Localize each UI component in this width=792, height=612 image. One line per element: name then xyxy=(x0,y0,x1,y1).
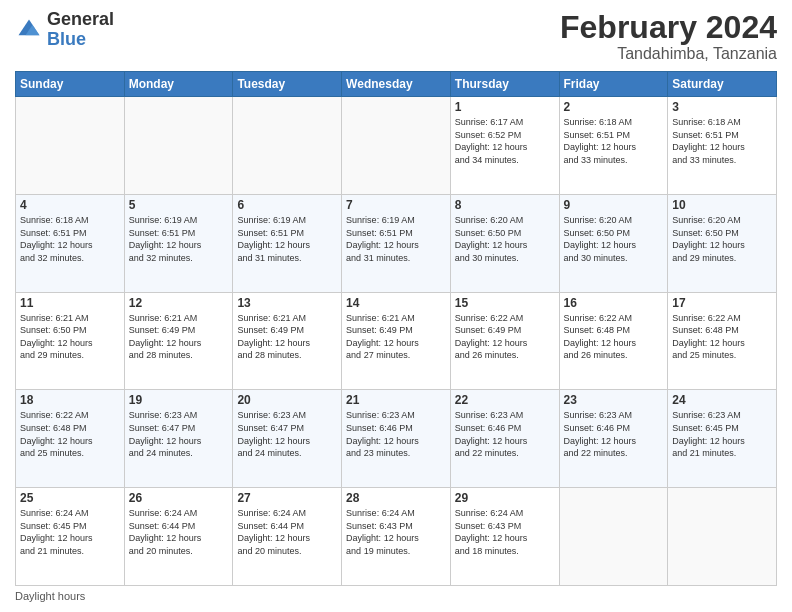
calendar-header-tuesday: Tuesday xyxy=(233,72,342,97)
day-number: 4 xyxy=(20,198,120,212)
calendar-cell: 13Sunrise: 6:21 AM Sunset: 6:49 PM Dayli… xyxy=(233,292,342,390)
day-number: 24 xyxy=(672,393,772,407)
calendar-cell: 3Sunrise: 6:18 AM Sunset: 6:51 PM Daylig… xyxy=(668,97,777,195)
day-number: 8 xyxy=(455,198,555,212)
calendar-header-friday: Friday xyxy=(559,72,668,97)
day-number: 13 xyxy=(237,296,337,310)
day-number: 7 xyxy=(346,198,446,212)
day-info: Sunrise: 6:18 AM Sunset: 6:51 PM Dayligh… xyxy=(672,116,772,166)
day-info: Sunrise: 6:24 AM Sunset: 6:44 PM Dayligh… xyxy=(237,507,337,557)
calendar-cell: 20Sunrise: 6:23 AM Sunset: 6:47 PM Dayli… xyxy=(233,390,342,488)
logo: General Blue xyxy=(15,10,114,50)
calendar-cell: 18Sunrise: 6:22 AM Sunset: 6:48 PM Dayli… xyxy=(16,390,125,488)
logo-general-text: General xyxy=(47,10,114,30)
title-block: February 2024 Tandahimba, Tanzania xyxy=(560,10,777,63)
calendar-cell xyxy=(559,488,668,586)
logo-icon xyxy=(15,16,43,44)
calendar-header-monday: Monday xyxy=(124,72,233,97)
day-info: Sunrise: 6:24 AM Sunset: 6:45 PM Dayligh… xyxy=(20,507,120,557)
day-number: 23 xyxy=(564,393,664,407)
day-number: 3 xyxy=(672,100,772,114)
calendar-header-saturday: Saturday xyxy=(668,72,777,97)
day-number: 17 xyxy=(672,296,772,310)
calendar-week-row: 4Sunrise: 6:18 AM Sunset: 6:51 PM Daylig… xyxy=(16,194,777,292)
calendar-cell: 21Sunrise: 6:23 AM Sunset: 6:46 PM Dayli… xyxy=(342,390,451,488)
day-number: 28 xyxy=(346,491,446,505)
calendar-cell: 6Sunrise: 6:19 AM Sunset: 6:51 PM Daylig… xyxy=(233,194,342,292)
day-number: 12 xyxy=(129,296,229,310)
day-info: Sunrise: 6:18 AM Sunset: 6:51 PM Dayligh… xyxy=(564,116,664,166)
calendar-subtitle: Tandahimba, Tanzania xyxy=(560,45,777,63)
day-info: Sunrise: 6:23 AM Sunset: 6:47 PM Dayligh… xyxy=(237,409,337,459)
calendar-cell: 14Sunrise: 6:21 AM Sunset: 6:49 PM Dayli… xyxy=(342,292,451,390)
day-info: Sunrise: 6:22 AM Sunset: 6:49 PM Dayligh… xyxy=(455,312,555,362)
calendar-cell: 8Sunrise: 6:20 AM Sunset: 6:50 PM Daylig… xyxy=(450,194,559,292)
day-info: Sunrise: 6:23 AM Sunset: 6:46 PM Dayligh… xyxy=(346,409,446,459)
day-info: Sunrise: 6:18 AM Sunset: 6:51 PM Dayligh… xyxy=(20,214,120,264)
calendar-cell: 25Sunrise: 6:24 AM Sunset: 6:45 PM Dayli… xyxy=(16,488,125,586)
day-info: Sunrise: 6:24 AM Sunset: 6:44 PM Dayligh… xyxy=(129,507,229,557)
day-number: 10 xyxy=(672,198,772,212)
day-info: Sunrise: 6:21 AM Sunset: 6:49 PM Dayligh… xyxy=(129,312,229,362)
calendar-cell xyxy=(124,97,233,195)
day-info: Sunrise: 6:19 AM Sunset: 6:51 PM Dayligh… xyxy=(237,214,337,264)
day-info: Sunrise: 6:22 AM Sunset: 6:48 PM Dayligh… xyxy=(20,409,120,459)
day-info: Sunrise: 6:24 AM Sunset: 6:43 PM Dayligh… xyxy=(455,507,555,557)
calendar-cell: 1Sunrise: 6:17 AM Sunset: 6:52 PM Daylig… xyxy=(450,97,559,195)
calendar-table: SundayMondayTuesdayWednesdayThursdayFrid… xyxy=(15,71,777,586)
calendar-week-row: 11Sunrise: 6:21 AM Sunset: 6:50 PM Dayli… xyxy=(16,292,777,390)
day-info: Sunrise: 6:24 AM Sunset: 6:43 PM Dayligh… xyxy=(346,507,446,557)
calendar-header-row: SundayMondayTuesdayWednesdayThursdayFrid… xyxy=(16,72,777,97)
day-number: 15 xyxy=(455,296,555,310)
calendar-week-row: 1Sunrise: 6:17 AM Sunset: 6:52 PM Daylig… xyxy=(16,97,777,195)
calendar-cell xyxy=(16,97,125,195)
page: General Blue February 2024 Tandahimba, T… xyxy=(0,0,792,612)
calendar-cell: 9Sunrise: 6:20 AM Sunset: 6:50 PM Daylig… xyxy=(559,194,668,292)
calendar-week-row: 18Sunrise: 6:22 AM Sunset: 6:48 PM Dayli… xyxy=(16,390,777,488)
day-number: 26 xyxy=(129,491,229,505)
day-info: Sunrise: 6:20 AM Sunset: 6:50 PM Dayligh… xyxy=(672,214,772,264)
day-number: 11 xyxy=(20,296,120,310)
day-number: 18 xyxy=(20,393,120,407)
calendar-cell: 10Sunrise: 6:20 AM Sunset: 6:50 PM Dayli… xyxy=(668,194,777,292)
calendar-cell: 24Sunrise: 6:23 AM Sunset: 6:45 PM Dayli… xyxy=(668,390,777,488)
day-number: 6 xyxy=(237,198,337,212)
day-info: Sunrise: 6:17 AM Sunset: 6:52 PM Dayligh… xyxy=(455,116,555,166)
day-number: 2 xyxy=(564,100,664,114)
calendar-title: February 2024 xyxy=(560,10,777,45)
day-info: Sunrise: 6:19 AM Sunset: 6:51 PM Dayligh… xyxy=(129,214,229,264)
calendar-cell: 4Sunrise: 6:18 AM Sunset: 6:51 PM Daylig… xyxy=(16,194,125,292)
day-info: Sunrise: 6:23 AM Sunset: 6:46 PM Dayligh… xyxy=(455,409,555,459)
day-number: 19 xyxy=(129,393,229,407)
calendar-cell: 15Sunrise: 6:22 AM Sunset: 6:49 PM Dayli… xyxy=(450,292,559,390)
calendar-cell: 2Sunrise: 6:18 AM Sunset: 6:51 PM Daylig… xyxy=(559,97,668,195)
calendar-header-sunday: Sunday xyxy=(16,72,125,97)
day-info: Sunrise: 6:23 AM Sunset: 6:46 PM Dayligh… xyxy=(564,409,664,459)
day-number: 16 xyxy=(564,296,664,310)
calendar-cell: 12Sunrise: 6:21 AM Sunset: 6:49 PM Dayli… xyxy=(124,292,233,390)
day-info: Sunrise: 6:21 AM Sunset: 6:49 PM Dayligh… xyxy=(237,312,337,362)
calendar-cell: 28Sunrise: 6:24 AM Sunset: 6:43 PM Dayli… xyxy=(342,488,451,586)
calendar-cell: 11Sunrise: 6:21 AM Sunset: 6:50 PM Dayli… xyxy=(16,292,125,390)
calendar-cell: 5Sunrise: 6:19 AM Sunset: 6:51 PM Daylig… xyxy=(124,194,233,292)
calendar-cell xyxy=(342,97,451,195)
day-number: 22 xyxy=(455,393,555,407)
calendar-cell: 17Sunrise: 6:22 AM Sunset: 6:48 PM Dayli… xyxy=(668,292,777,390)
day-info: Sunrise: 6:22 AM Sunset: 6:48 PM Dayligh… xyxy=(564,312,664,362)
calendar-cell: 7Sunrise: 6:19 AM Sunset: 6:51 PM Daylig… xyxy=(342,194,451,292)
calendar-cell xyxy=(233,97,342,195)
day-number: 25 xyxy=(20,491,120,505)
day-info: Sunrise: 6:20 AM Sunset: 6:50 PM Dayligh… xyxy=(564,214,664,264)
day-number: 21 xyxy=(346,393,446,407)
calendar-cell xyxy=(668,488,777,586)
calendar-cell: 29Sunrise: 6:24 AM Sunset: 6:43 PM Dayli… xyxy=(450,488,559,586)
calendar-week-row: 25Sunrise: 6:24 AM Sunset: 6:45 PM Dayli… xyxy=(16,488,777,586)
logo-blue-text: Blue xyxy=(47,30,114,50)
calendar-header-wednesday: Wednesday xyxy=(342,72,451,97)
calendar-cell: 26Sunrise: 6:24 AM Sunset: 6:44 PM Dayli… xyxy=(124,488,233,586)
calendar-cell: 19Sunrise: 6:23 AM Sunset: 6:47 PM Dayli… xyxy=(124,390,233,488)
day-number: 29 xyxy=(455,491,555,505)
day-info: Sunrise: 6:19 AM Sunset: 6:51 PM Dayligh… xyxy=(346,214,446,264)
day-number: 20 xyxy=(237,393,337,407)
day-info: Sunrise: 6:21 AM Sunset: 6:49 PM Dayligh… xyxy=(346,312,446,362)
